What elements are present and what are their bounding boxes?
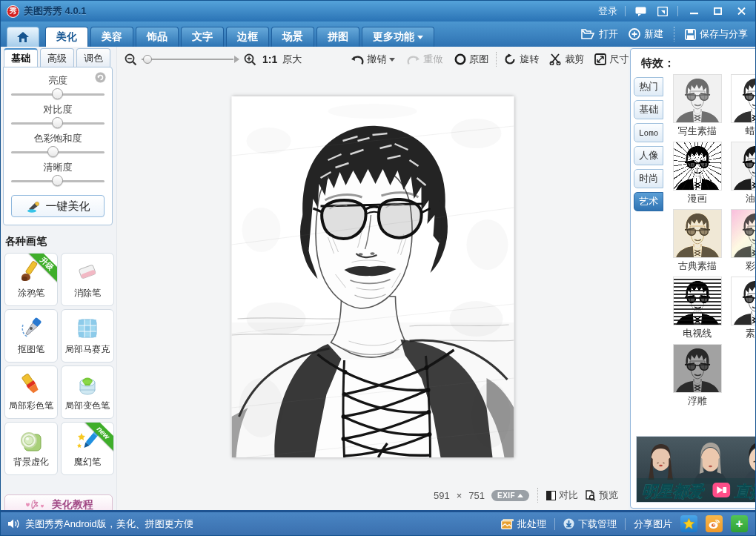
local-mosaic-button[interactable]: 局部马赛克 (61, 309, 114, 363)
tab-beautify[interactable]: 美化 (45, 27, 88, 47)
category-basic[interactable]: 基础 (634, 100, 663, 119)
tab-accessories[interactable]: 饰品 (136, 27, 179, 47)
effect-thumbnail[interactable] (674, 210, 721, 257)
zoom-slider[interactable] (142, 54, 239, 64)
effect-item[interactable]: 漫画 (674, 142, 721, 206)
tab-advanced-adjust[interactable]: 高级 (40, 48, 74, 67)
qzone-icon[interactable] (680, 515, 697, 532)
slider-handle[interactable] (52, 175, 63, 186)
undo-caret-icon[interactable] (389, 58, 395, 62)
effect-item[interactable]: 蜡笔 (732, 75, 756, 139)
brightness-slider[interactable] (11, 88, 105, 101)
share-images-button[interactable]: 分享图片 (634, 517, 672, 531)
tab-collage[interactable]: 拼图 (316, 27, 359, 47)
eraser-icon (75, 259, 100, 285)
local-recolor-pen-button[interactable]: 局部变色笔 (61, 365, 114, 419)
titlebar: 秀 美图秀秀 4.0.1 登录 (1, 1, 755, 21)
more-share-icon[interactable]: + (731, 515, 748, 532)
new-button[interactable]: 新建 (629, 27, 663, 41)
effect-thumbnail[interactable] (674, 75, 721, 122)
toolbar-separator (496, 52, 497, 67)
category-portrait[interactable]: 人像 (634, 146, 663, 165)
effect-item[interactable]: 古典素描 (674, 210, 721, 274)
feedback-chat-icon[interactable] (633, 5, 648, 17)
login-link[interactable]: 登录 (598, 4, 617, 18)
titlebar-separator (677, 6, 678, 16)
category-art[interactable]: 艺术 (634, 192, 663, 211)
tab-more-features[interactable]: 更多功能 (362, 27, 434, 47)
reset-icon[interactable] (95, 72, 106, 83)
magic-pen-button[interactable]: new 魔幻笔 (61, 422, 114, 475)
download-manager-button[interactable]: 下载管理 (563, 517, 617, 531)
tab-text[interactable]: 文字 (181, 27, 224, 47)
effect-item[interactable]: 彩铅 (732, 210, 756, 274)
slider-handle[interactable] (52, 117, 63, 128)
exif-button[interactable]: EXIF (491, 490, 529, 501)
effect-thumbnail[interactable] (674, 345, 721, 392)
effect-item[interactable]: 写生素描 (674, 75, 721, 139)
doodle-pen-button[interactable]: 升级 涂鸦笔 (4, 253, 58, 306)
effect-item[interactable]: 素描 (732, 277, 756, 341)
tab-scene[interactable]: 场景 (271, 27, 314, 47)
resize-button[interactable]: 尺寸 (594, 53, 629, 66)
undo-button[interactable]: 撤销 (351, 53, 386, 66)
rotate-button[interactable]: 旋转 (504, 53, 539, 66)
compare-icon (546, 491, 556, 500)
actual-size-button[interactable]: 1:1 原大 (262, 53, 302, 66)
save-share-button[interactable]: 保存与分享 (685, 27, 748, 41)
rotate-icon (504, 53, 517, 65)
effect-thumbnail[interactable] (732, 75, 756, 122)
skin-switch-icon[interactable] (655, 5, 670, 17)
brushes-section-title: 各种画笔 (5, 235, 116, 248)
slider-handle[interactable] (52, 88, 63, 99)
redo-arrow-icon (407, 54, 420, 65)
effect-thumbnail[interactable] (732, 210, 756, 257)
category-fashion[interactable]: 时尚 (634, 169, 663, 188)
compare-button[interactable]: 对比 (546, 489, 578, 502)
effect-thumbnail[interactable] (732, 142, 756, 190)
scissors-icon (549, 53, 562, 65)
slider-handle[interactable] (47, 146, 59, 157)
save-icon (685, 29, 696, 40)
statusbar: 美图秀秀Android版，美化、拼图更方便 批处理 下载管理 分享图片 + (1, 510, 755, 535)
contrast-slider[interactable] (11, 117, 105, 130)
effect-item[interactable]: 电视线 (674, 277, 721, 341)
image-width: 591 (434, 490, 450, 501)
category-lomo[interactable]: Lomo (634, 123, 663, 142)
one-key-beautify-button[interactable]: 一键美化 (11, 195, 105, 217)
home-button[interactable] (7, 27, 39, 47)
erase-pen-button[interactable]: 消除笔 (61, 253, 114, 306)
background-blur-button[interactable]: 背景虚化 (4, 422, 58, 475)
weibo-icon[interactable] (706, 515, 723, 532)
tab-cosmetic[interactable]: 美容 (90, 27, 133, 47)
sharpness-slider[interactable] (11, 175, 105, 188)
effect-thumbnail[interactable] (674, 277, 721, 325)
tab-frame[interactable]: 边框 (226, 27, 269, 47)
portrait-image[interactable] (232, 96, 514, 457)
effect-item[interactable]: 油画 (732, 142, 756, 206)
batch-process-button[interactable]: 批处理 (501, 517, 546, 531)
cutout-pen-button[interactable]: 抠图笔 (4, 309, 58, 363)
app-window: 秀 美图秀秀 4.0.1 登录 美化 (0, 0, 756, 536)
maximize-button[interactable] (709, 4, 726, 18)
tab-color-adjust[interactable]: 调色 (76, 48, 110, 67)
minimize-button[interactable] (686, 4, 702, 18)
category-hot[interactable]: 热门 (634, 77, 663, 96)
ad-banner[interactable]: 明星都爱 直播 (636, 436, 756, 503)
tab-basic-adjust[interactable]: 基础 (4, 48, 38, 67)
promo-text[interactable]: 美图秀秀Android版，美化、拼图更方便 (25, 517, 193, 531)
zoom-out-button[interactable] (125, 53, 137, 66)
effect-thumbnail[interactable] (674, 142, 721, 190)
zoom-slider-handle[interactable] (143, 55, 152, 64)
preview-button[interactable]: 预览 (585, 489, 618, 502)
local-color-pen-button[interactable]: 局部彩色笔 (4, 365, 58, 419)
batch-icon (501, 519, 514, 529)
saturation-slider[interactable] (11, 146, 105, 159)
zoom-in-button[interactable] (244, 53, 256, 66)
effect-item[interactable]: 浮雕 (674, 345, 721, 408)
close-button[interactable] (733, 4, 749, 18)
open-button[interactable]: 打开 (581, 27, 618, 41)
effect-thumbnail[interactable] (732, 277, 756, 325)
view-original-button[interactable]: 原图 (454, 53, 488, 66)
crop-button[interactable]: 裁剪 (549, 53, 584, 66)
